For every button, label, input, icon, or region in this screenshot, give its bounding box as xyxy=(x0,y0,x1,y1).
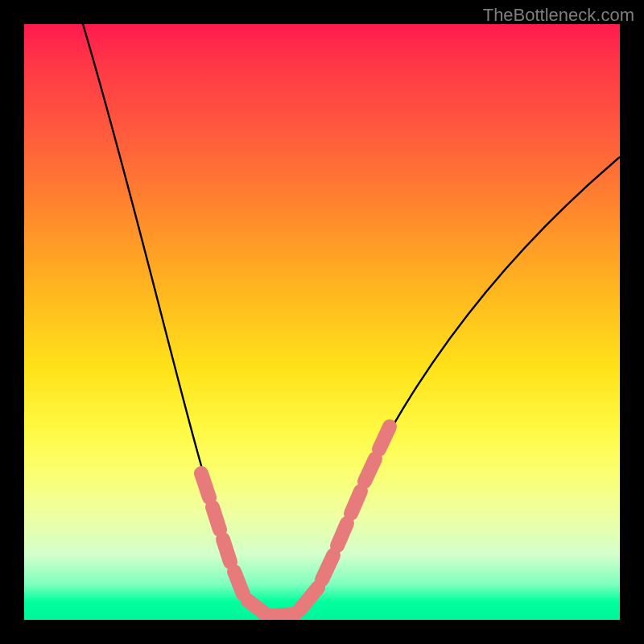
bead-segment xyxy=(351,491,361,514)
bead-group xyxy=(201,427,390,616)
bead-segment xyxy=(234,572,243,594)
bead-segment xyxy=(223,539,230,562)
bead-segment xyxy=(201,473,209,497)
bead-segment xyxy=(270,614,295,616)
bead-segment xyxy=(379,427,390,449)
bead-segment xyxy=(322,555,333,580)
marker-beads xyxy=(24,24,620,620)
bead-segment xyxy=(299,588,318,610)
bead-segment xyxy=(213,507,220,530)
bead-segment xyxy=(365,459,375,481)
chart-frame xyxy=(24,24,620,620)
bead-segment xyxy=(248,601,266,614)
watermark-text: TheBottleneck.com xyxy=(483,5,634,26)
bead-segment xyxy=(337,523,347,546)
